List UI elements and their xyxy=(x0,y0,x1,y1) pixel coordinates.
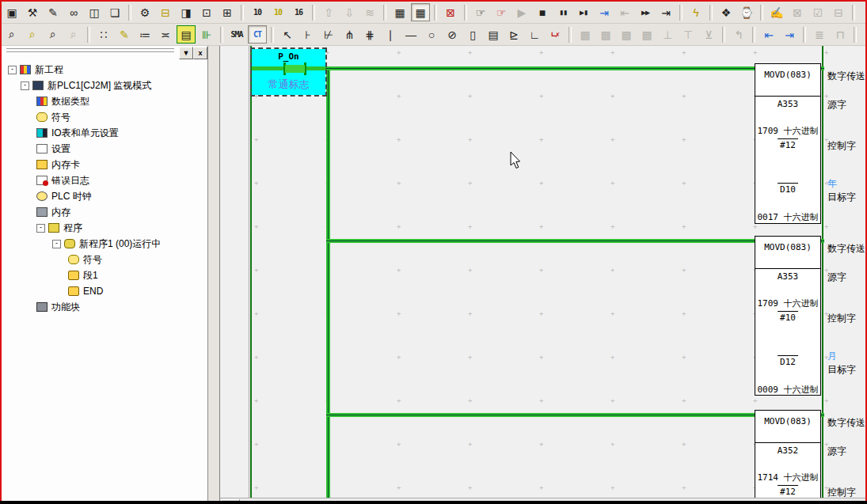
transfer-to-plc-icon[interactable]: ϟ xyxy=(686,3,705,21)
address-watch-icon[interactable]: ≋ xyxy=(360,3,379,21)
tree-expander-icon[interactable]: - xyxy=(36,224,45,233)
step-in-icon[interactable]: ⇥ xyxy=(595,3,614,21)
movd-instruction-block[interactable]: MOVD(083)A3531709 十六进制#12D100017 十六进制 xyxy=(755,63,821,224)
new-fb-invocation-icon[interactable]: ⊵ xyxy=(504,25,523,44)
tree-item-program1[interactable]: -新程序1 (00)运行中 xyxy=(52,236,161,252)
outdent-rung-icon[interactable]: ⇤ xyxy=(759,25,778,44)
properties-icon[interactable]: ❏ xyxy=(105,3,124,21)
horizontal-line-icon[interactable]: ― xyxy=(401,25,420,44)
tree-item-error-log[interactable]: 错误日志 xyxy=(36,172,89,188)
prev-reference-icon[interactable]: ⇧ xyxy=(319,3,338,21)
tree-item-function-blocks[interactable]: 功能块 xyxy=(36,299,80,315)
pattern-tool-1-icon[interactable]: ▩ xyxy=(576,25,595,44)
pattern-tool-4-icon[interactable]: ▩ xyxy=(637,25,656,44)
new-or-contact-icon[interactable]: ⋔ xyxy=(340,25,359,44)
source-operand[interactable]: A353 xyxy=(755,99,820,109)
tree-item-plc1[interactable]: -新PLC1[CJ2M] 监视模式 xyxy=(21,78,151,93)
tree-item-plc-clock[interactable]: PLC 时钟 xyxy=(36,188,92,204)
binary-view-icon[interactable]: ⊞ xyxy=(218,3,237,21)
new-closed-contact-icon[interactable]: ⊬ xyxy=(319,25,338,44)
binoculars-icon[interactable]: ∞ xyxy=(64,3,83,21)
compile-all-icon[interactable]: ❖ xyxy=(717,3,736,21)
align-list-icon[interactable]: ≣ xyxy=(810,25,829,44)
pattern-tool-3-icon[interactable]: ▩ xyxy=(617,25,636,44)
tree-expander-icon[interactable]: - xyxy=(21,81,29,90)
new-coil-icon[interactable]: ○ xyxy=(422,25,441,44)
show-comments-icon[interactable]: ≔ xyxy=(135,25,154,44)
console-icon[interactable]: ⊡ xyxy=(197,3,216,21)
indent-rung-icon[interactable]: ⇥ xyxy=(780,25,799,44)
source-operand[interactable]: A353 xyxy=(755,271,820,282)
tree-item-symbols[interactable]: 符号 xyxy=(36,109,70,125)
stop-icon[interactable]: ■ xyxy=(533,3,552,21)
selected-contact-cell[interactable]: P_On 常通标志 xyxy=(252,49,325,95)
delete-line-icon[interactable]: ∟✗ xyxy=(546,25,565,44)
panel-grip[interactable] xyxy=(6,51,174,55)
tree-item-section1[interactable]: 段1 xyxy=(68,267,98,283)
zoom-in-icon[interactable]: ⌕ xyxy=(2,25,21,44)
panel-splitter[interactable] xyxy=(208,46,219,501)
hammer-tool-icon[interactable]: ⚒ xyxy=(23,3,42,21)
release-edit-icon[interactable]: ☑ xyxy=(808,3,827,21)
line-corner-icon[interactable]: ∟ xyxy=(525,25,544,44)
panel-dropdown-button[interactable]: ▼ xyxy=(179,47,193,59)
rung-annotation-icon[interactable]: ≍ xyxy=(156,25,175,44)
monitor-hex-icon[interactable]: 16 xyxy=(289,3,308,21)
fast-forward-icon[interactable]: ▶▶ xyxy=(636,3,655,21)
work-online-simulator-icon[interactable]: ▦ xyxy=(411,3,430,21)
control-operand[interactable]: #12 xyxy=(778,485,798,497)
next-reference-icon[interactable]: ⇩ xyxy=(340,3,359,21)
tree-item-memory-card[interactable]: 内存卡 xyxy=(36,157,80,172)
new-or-closed-contact-icon[interactable]: ⋕ xyxy=(360,25,379,44)
select-mode-icon[interactable]: ↖ xyxy=(278,25,297,44)
zoom-out-icon[interactable]: ⌕ xyxy=(44,25,63,44)
monitor-list-icon[interactable]: ▤ xyxy=(177,25,196,44)
monitor-cancel-icon[interactable]: ⊠ xyxy=(441,3,460,21)
step-run-icon[interactable]: ▶▮ xyxy=(574,3,593,21)
zoom-fit-icon[interactable]: ⌕ xyxy=(23,25,42,44)
control-operand[interactable]: #10 xyxy=(778,311,798,323)
tree-expander-icon[interactable]: - xyxy=(8,66,17,74)
new-view-icon[interactable]: ▣ xyxy=(2,3,21,21)
tree-item-end[interactable]: END xyxy=(68,283,103,299)
run-to-end-icon[interactable]: ⇥ xyxy=(656,3,675,21)
new-instruction-block-icon[interactable]: ▤ xyxy=(484,25,503,44)
monitor-signed-decimal-icon[interactable]: 10 xyxy=(268,3,287,21)
ladder-diagram-view[interactable]: ++++++++++++++++++++++++++++++++++++++++… xyxy=(219,46,866,501)
return-line-icon[interactable]: ↰ xyxy=(729,25,748,44)
vertical-line-icon[interactable]: ∣ xyxy=(381,25,400,44)
cross-reference-icon[interactable]: CT xyxy=(248,25,267,44)
eject-icon[interactable]: ⊓ xyxy=(831,25,850,44)
step-out-icon[interactable]: ⇤ xyxy=(615,3,634,21)
address-reference-icon[interactable]: SMA xyxy=(227,25,246,44)
diff-up-icon[interactable]: ⊥ xyxy=(658,25,677,44)
monitor-decimal-icon[interactable]: 10 xyxy=(248,3,267,21)
tree-expander-icon[interactable]: - xyxy=(52,240,61,248)
panel-close-button[interactable]: x xyxy=(193,47,207,59)
pause-icon[interactable]: ▮▮ xyxy=(553,3,572,21)
diff-both-icon[interactable]: ⊻ xyxy=(699,25,718,44)
zoom-restore-icon[interactable]: ⌕ xyxy=(64,25,83,44)
movd-instruction-block[interactable]: MOVD(083)A3521714 十六进制#12 xyxy=(755,410,821,501)
new-contact-icon[interactable]: ⊦ xyxy=(299,25,318,44)
run-icon[interactable]: ▶ xyxy=(512,3,531,21)
view-report-icon[interactable]: ✎ xyxy=(44,3,63,21)
tree-item-io-table[interactable]: IO表和单元设置 xyxy=(36,125,119,141)
section-list-icon[interactable]: ◨ xyxy=(177,3,196,21)
tree-item-new-project[interactable]: -新工程 xyxy=(8,62,63,78)
destination-operand[interactable]: D12 xyxy=(778,355,798,367)
tree-item-memory[interactable]: 内存 xyxy=(36,204,70,220)
work-online-icon[interactable]: ▦ xyxy=(390,3,409,21)
cancel-edit-icon[interactable]: ⊟ xyxy=(829,3,848,21)
pattern-tool-2-icon[interactable]: ▩ xyxy=(596,25,615,44)
compile-icon[interactable]: ⚙ xyxy=(135,3,154,21)
program-tree-icon[interactable]: ⊪ xyxy=(197,25,216,44)
movd-instruction-block[interactable]: MOVD(083)A3531709 十六进制#10D120009 十六进制 xyxy=(755,236,821,396)
clock-calendar-icon[interactable]: ⌚ xyxy=(737,3,756,21)
tree-item-programs[interactable]: -程序 xyxy=(36,220,82,236)
grid-toggle-icon[interactable]: ∷ xyxy=(94,25,113,44)
pause-hand-icon[interactable]: ☞ xyxy=(471,3,490,21)
source-operand[interactable]: A352 xyxy=(755,445,820,456)
rung-comment-icon[interactable]: ✎ xyxy=(115,25,134,44)
send-changes-icon[interactable]: ⊠ xyxy=(788,3,807,21)
